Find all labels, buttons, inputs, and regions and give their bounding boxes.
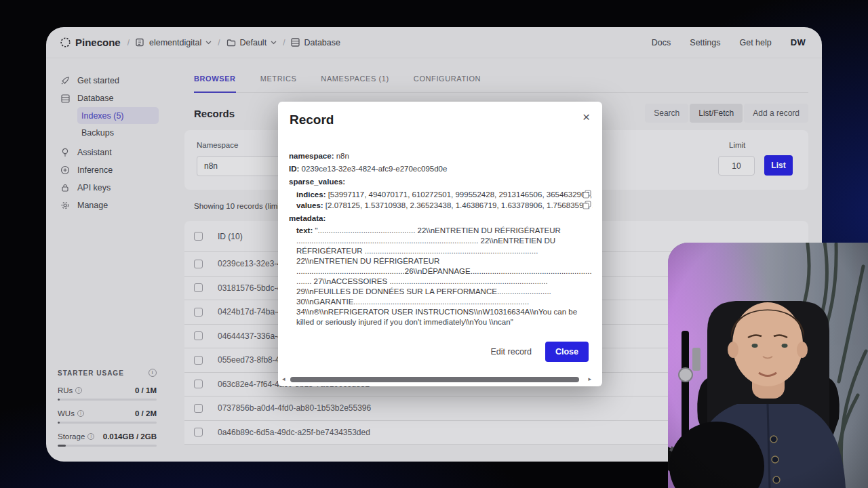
nav-gethelp[interactable]: Get help [739, 38, 771, 47]
webcam-overlay [668, 243, 868, 488]
tab-browser[interactable]: BROWSER [194, 75, 236, 93]
info-icon[interactable]: i [77, 410, 84, 417]
tab-configuration[interactable]: CONFIGURATION [414, 75, 481, 93]
sidebar-item-api-keys[interactable]: API keys [60, 179, 179, 197]
video-frame: Pinecone / elementdigital / [0, 0, 868, 488]
metadata-text: text: ".................................… [296, 226, 593, 327]
search-button[interactable]: Search [645, 104, 688, 123]
sparse-values: values: [2.078125, 1.53710938, 2.3652343… [296, 200, 593, 211]
info-icon[interactable]: i [149, 369, 157, 377]
top-nav: Pinecone / elementdigital / [46, 27, 822, 58]
storage-value: 0.014GB / 2GB [103, 432, 157, 441]
usage-title: STARTER USAGE [58, 369, 124, 377]
breadcrumb-project[interactable]: Default [226, 38, 277, 47]
copy-icon[interactable] [583, 190, 591, 200]
chevron-down-icon [205, 41, 212, 45]
modal-horizontal-scrollbar[interactable]: ◂ ▸ [282, 376, 598, 383]
list-button[interactable]: List [764, 155, 793, 176]
id-column-header: ID (10) [218, 232, 243, 241]
sidebar-item-backups[interactable]: Backups [77, 124, 159, 141]
row-checkbox[interactable] [194, 356, 203, 365]
usage-storage: Storage i 0.014GB / 2GB [58, 432, 157, 447]
presenter-scene [668, 243, 868, 488]
scroll-right-arrow[interactable]: ▸ [588, 375, 591, 382]
pinecone-logo [60, 37, 71, 48]
edit-record-button[interactable]: Edit record [491, 347, 532, 357]
breadcrumb: / elementdigital / Default [127, 38, 340, 47]
tab-metrics[interactable]: METRICS [260, 75, 297, 93]
record-details: namespace: n8n ID: 0239ce13-32e3-4824-af… [289, 150, 593, 327]
chevron-down-icon [271, 41, 277, 45]
sparse-indices: indices: [53997117, 494070171, 610272501… [296, 189, 593, 200]
row-checkbox[interactable] [194, 428, 203, 436]
scrollbar-thumb[interactable] [290, 377, 579, 382]
index-tabs: BROWSER METRICS NAMESPACES (1) CONFIGURA… [194, 75, 808, 93]
select-all-checkbox[interactable] [194, 232, 203, 241]
wus-progressbar [58, 422, 157, 424]
rus-value: 0 / 1M [135, 386, 157, 394]
database-icon [60, 94, 71, 103]
lock-icon [60, 183, 71, 192]
rus-progressbar [58, 399, 157, 401]
sidebar-item-manage[interactable]: Manage [60, 197, 179, 214]
breadcrumb-org[interactable]: elementdigital [136, 38, 212, 47]
close-button[interactable]: Close [545, 342, 589, 362]
sidebar-item-database[interactable]: Database [60, 89, 179, 107]
tab-namespaces[interactable]: NAMESPACES (1) [321, 75, 389, 93]
nav-links: Docs Settings Get help DW [652, 37, 806, 47]
rocket-icon [60, 76, 71, 85]
breadcrumb-section[interactable]: Database [291, 38, 340, 47]
org-icon [136, 38, 145, 47]
nav-settings[interactable]: Settings [690, 38, 720, 47]
pinecone-brand[interactable]: Pinecone [60, 37, 121, 48]
row-checkbox[interactable] [194, 260, 203, 268]
inference-icon [60, 165, 71, 175]
folder-icon [226, 39, 236, 47]
row-checkbox[interactable] [194, 308, 203, 317]
add-record-button[interactable]: Add a record [744, 104, 808, 123]
wus-value: 0 / 2M [135, 409, 157, 418]
row-checkbox[interactable] [194, 283, 203, 292]
sidebar-item-assistant[interactable]: Assistant [60, 144, 179, 161]
nav-docs[interactable]: Docs [652, 38, 671, 47]
brand-label: Pinecone [75, 37, 121, 48]
limit-input[interactable] [718, 156, 755, 176]
row-checkbox[interactable] [194, 404, 203, 413]
sidebar-item-get-started[interactable]: Get started [60, 72, 179, 89]
bulb-icon [60, 148, 71, 157]
modal-title: Record [290, 113, 334, 127]
sidebar-item-inference[interactable]: Inference [60, 161, 179, 179]
list-fetch-button[interactable]: List/Fetch [690, 104, 743, 123]
record-modal: Record × namespace: n8n ID: 0239ce13-32e… [278, 102, 602, 386]
record-id: 0239ce13-32e3-4824-afc9-e270ec095d0e [302, 165, 448, 173]
info-icon[interactable]: i [87, 433, 94, 440]
row-checkbox[interactable] [194, 380, 203, 388]
record-namespace: n8n [336, 152, 349, 160]
close-icon[interactable]: × [583, 110, 590, 125]
storage-progressbar [58, 445, 157, 447]
scroll-left-arrow[interactable]: ◂ [282, 375, 285, 382]
namespace-label: Namespace [197, 141, 238, 149]
record-actions: Search List/Fetch Add a record [645, 104, 808, 123]
info-icon[interactable]: i [75, 387, 82, 394]
row-checkbox[interactable] [194, 331, 203, 340]
records-heading: Records [194, 108, 235, 119]
database-icon [291, 38, 300, 47]
avatar[interactable]: DW [791, 37, 806, 47]
gear-icon [60, 201, 71, 210]
sidebar-item-indexes[interactable]: Indexes (5) [77, 107, 159, 124]
sidebar: Get started Database Indexes (5) Backups… [46, 58, 179, 462]
copy-icon[interactable] [583, 201, 591, 211]
limit-label: Limit [729, 141, 745, 149]
starter-usage-panel: STARTER USAGE i RUs i 0 / 1M WUs i [58, 369, 157, 462]
usage-rus: RUs i 0 / 1M [58, 386, 157, 401]
usage-wus: WUs i 0 / 2M [58, 409, 157, 424]
